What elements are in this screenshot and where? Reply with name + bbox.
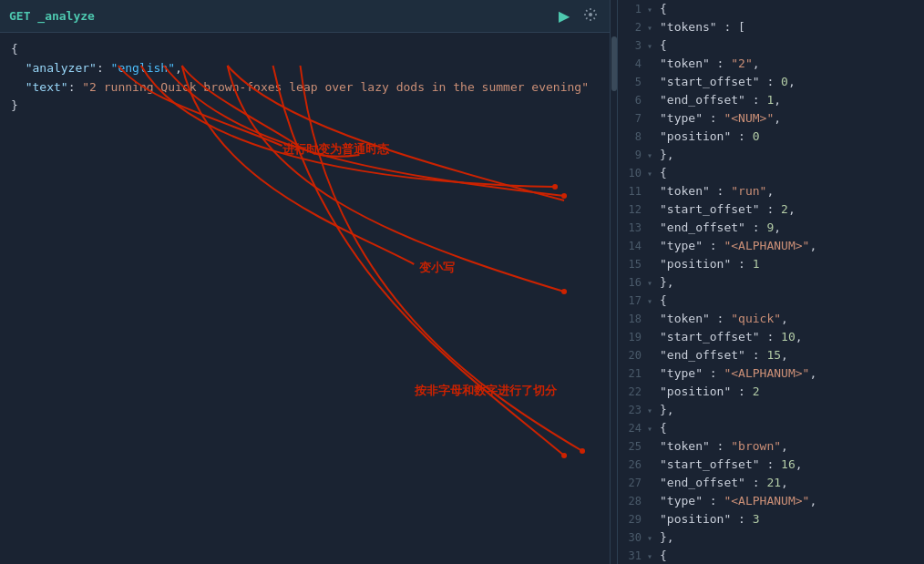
fold-icon[interactable]: ▾ <box>647 548 658 564</box>
json-content: "token" : "quick", <box>658 310 788 328</box>
fold-icon[interactable]: ▾ <box>647 19 658 37</box>
json-line: 25 "token" : "brown", <box>618 437 924 456</box>
code-line-4: } <box>11 97 599 116</box>
method-label: GET _analyze <box>9 9 95 23</box>
json-content: { <box>658 0 667 18</box>
line-number: 25 <box>618 437 647 456</box>
json-line: 22 "position" : 2 <box>618 383 924 401</box>
json-content: "position" : 2 <box>658 383 760 401</box>
json-line: 10▾ { <box>618 164 924 182</box>
json-line: 12 "start_offset" : 2, <box>618 200 924 219</box>
fold-icon[interactable]: ▾ <box>647 402 658 420</box>
line-number: 6 <box>618 91 647 109</box>
json-content: "start_offset" : 2, <box>658 200 796 219</box>
fold-icon[interactable]: ▾ <box>647 147 658 165</box>
json-content: { <box>658 164 667 182</box>
json-content: "end_offset" : 15, <box>658 346 788 364</box>
svg-point-0 <box>589 13 592 16</box>
fold-icon[interactable]: ▾ <box>647 274 658 292</box>
line-number: 16 <box>618 273 647 292</box>
code-area: { "analyzer": "english", "text": "2 runn… <box>0 33 610 564</box>
json-line: 13 "end_offset" : 9, <box>618 219 924 237</box>
line-number: 12 <box>618 200 647 219</box>
json-content: "token" : "run", <box>658 182 774 200</box>
json-content: "position" : 3 <box>658 510 760 528</box>
line-number: 20 <box>618 346 647 364</box>
line-number: 15 <box>618 255 647 273</box>
line-number: 18 <box>618 310 647 328</box>
fold-icon[interactable]: ▾ <box>647 292 658 311</box>
line-number: 22 <box>618 383 647 401</box>
json-line: 1▾{ <box>618 0 924 18</box>
json-line: 11 "token" : "run", <box>618 182 924 200</box>
json-line: 7 "type" : "<NUM>", <box>618 109 924 128</box>
json-line: 29 "position" : 3 <box>618 510 924 528</box>
json-content: }, <box>658 273 674 292</box>
json-content: "end_offset" : 21, <box>658 474 788 492</box>
json-content: "type" : "<ALPHANUM>", <box>658 364 816 383</box>
json-content: "end_offset" : 9, <box>658 219 781 237</box>
fold-icon[interactable]: ▾ <box>647 1 658 19</box>
json-line: 20 "end_offset" : 15, <box>618 346 924 364</box>
fold-icon[interactable]: ▾ <box>647 529 658 548</box>
right-panel: 1▾{2▾ "tokens" : [3▾ {4 "token" : "2",5 … <box>618 0 924 564</box>
line-number: 3 <box>618 36 647 55</box>
json-line: 24▾ { <box>618 419 924 437</box>
line-number: 27 <box>618 474 647 492</box>
line-number: 26 <box>618 456 647 474</box>
fold-icon[interactable]: ▾ <box>647 37 658 56</box>
json-lines-container: 1▾{2▾ "tokens" : [3▾ {4 "token" : "2",5 … <box>618 0 924 564</box>
line-number: 30 <box>618 528 647 547</box>
line-number: 21 <box>618 364 647 383</box>
json-line: 26 "start_offset" : 16, <box>618 456 924 474</box>
json-line: 23▾ }, <box>618 401 924 419</box>
json-content: "token" : "2", <box>658 55 760 73</box>
json-content: "type" : "<ALPHANUM>", <box>658 237 816 255</box>
left-panel: GET _analyze ▶ { "analyzer": "english", … <box>0 0 611 564</box>
line-number: 11 <box>618 182 647 200</box>
fold-icon[interactable]: ▾ <box>647 165 658 183</box>
json-line: 15 "position" : 1 <box>618 255 924 273</box>
json-content: "start_offset" : 16, <box>658 456 803 474</box>
json-line: 4 "token" : "2", <box>618 55 924 73</box>
line-number: 24 <box>618 419 647 437</box>
json-content: "end_offset" : 1, <box>658 91 781 109</box>
json-line: 28 "type" : "<ALPHANUM>", <box>618 492 924 510</box>
code-line-1: { <box>11 40 599 59</box>
json-content: { <box>658 292 667 310</box>
line-number: 29 <box>618 510 647 528</box>
json-content: "tokens" : [ <box>658 18 745 36</box>
line-number: 19 <box>618 328 647 346</box>
line-number: 1 <box>618 0 647 18</box>
line-number: 23 <box>618 401 647 419</box>
json-line: 9▾ }, <box>618 146 924 164</box>
fold-icon[interactable]: ▾ <box>647 420 658 438</box>
line-number: 28 <box>618 492 647 510</box>
line-number: 2 <box>618 18 647 36</box>
json-content: "type" : "<ALPHANUM>", <box>658 492 816 510</box>
json-content: { <box>658 547 667 564</box>
play-button[interactable]: ▶ <box>555 5 573 26</box>
line-number: 31 <box>618 547 647 564</box>
json-content: "type" : "<NUM>", <box>658 109 781 128</box>
code-line-3: "text": "2 running Quick brown-foxes lea… <box>11 78 599 97</box>
json-line: 16▾ }, <box>618 273 924 292</box>
json-line: 19 "start_offset" : 10, <box>618 328 924 346</box>
line-number: 9 <box>618 146 647 164</box>
middle-scrollbar[interactable] <box>611 0 618 564</box>
json-line: 6 "end_offset" : 1, <box>618 91 924 109</box>
settings-button[interactable] <box>580 6 601 26</box>
scrollbar-thumb[interactable] <box>611 36 617 91</box>
json-view[interactable]: 1▾{2▾ "tokens" : [3▾ {4 "token" : "2",5 … <box>618 0 924 564</box>
line-number: 10 <box>618 164 647 182</box>
json-line: 31▾ { <box>618 547 924 564</box>
json-line: 30▾ }, <box>618 528 924 547</box>
json-content: "token" : "brown", <box>658 437 788 456</box>
line-number: 7 <box>618 109 647 128</box>
json-content: "start_offset" : 0, <box>658 73 796 91</box>
json-content: }, <box>658 401 674 419</box>
json-line: 5 "start_offset" : 0, <box>618 73 924 91</box>
json-line: 18 "token" : "quick", <box>618 310 924 328</box>
line-number: 13 <box>618 219 647 237</box>
json-content: "position" : 0 <box>658 128 760 146</box>
